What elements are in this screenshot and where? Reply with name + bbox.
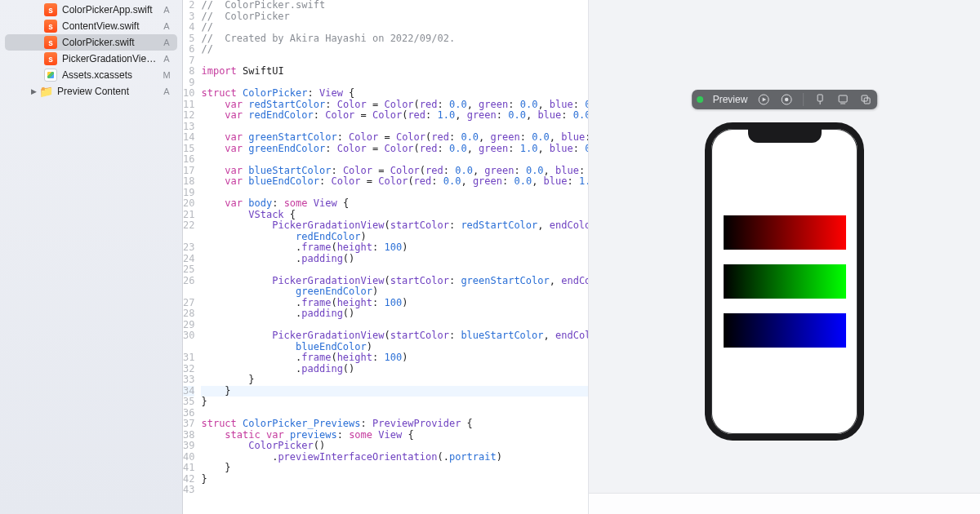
- code-line[interactable]: //: [201, 22, 588, 33]
- line-number: 3: [183, 11, 194, 23]
- preview-canvas-panel[interactable]: Preview: [588, 0, 980, 514]
- code-line[interactable]: //: [201, 44, 588, 55]
- code-line[interactable]: .frame(height: 100): [201, 298, 588, 309]
- line-number: 37: [183, 419, 194, 430]
- chevron-right-icon[interactable]: ▶: [29, 87, 38, 95]
- line-number: 7: [183, 55, 194, 67]
- line-number: [183, 342, 194, 353]
- line-number: 41: [183, 463, 194, 474]
- line-number: [183, 232, 194, 243]
- code-line[interactable]: }: [201, 374, 588, 386]
- preview-bottom-bar[interactable]: [589, 493, 980, 514]
- preview-toolbar[interactable]: Preview: [692, 90, 878, 109]
- code-line[interactable]: var greenStartColor: Color = Color(red: …: [201, 132, 588, 144]
- line-number: 30: [183, 330, 194, 342]
- code-line[interactable]: PickerGradationView(startColor: greenSta…: [201, 276, 588, 287]
- gradation-bar-blue: [724, 313, 846, 348]
- code-line[interactable]: .frame(height: 100): [201, 242, 588, 254]
- pin-preview-icon[interactable]: [813, 93, 826, 106]
- svg-rect-6: [839, 95, 847, 102]
- code-line[interactable]: [201, 122, 588, 133]
- line-number: 5: [183, 33, 194, 45]
- line-number: 19: [183, 188, 194, 199]
- line-number: 23: [183, 242, 194, 254]
- code-line[interactable]: [201, 55, 588, 67]
- file-row[interactable]: sColorPicker.swiftA: [5, 34, 177, 51]
- code-line[interactable]: PickerGradationView(startColor: blueStar…: [201, 330, 588, 342]
- gradation-bar-red: [724, 215, 846, 250]
- code-line[interactable]: static var previews: some View {: [201, 430, 588, 441]
- line-number: 2: [183, 0, 194, 11]
- code-line[interactable]: var body: some View {: [201, 198, 588, 210]
- line-number: 33: [183, 374, 194, 386]
- line-number: 14: [183, 132, 194, 144]
- folder-icon: 📁: [39, 85, 52, 98]
- code-line[interactable]: .previewInterfaceOrientation(.portrait): [201, 452, 588, 463]
- selectable-preview-icon[interactable]: [780, 93, 793, 106]
- scm-status-badge: A: [161, 86, 172, 96]
- line-number: 29: [183, 320, 194, 331]
- code-line[interactable]: var greenEndColor: Color = Color(red: 0.…: [201, 144, 588, 155]
- code-line[interactable]: var redEndColor: Color = Color(red: 1.0,…: [201, 110, 588, 122]
- code-line[interactable]: [201, 264, 588, 276]
- code-line[interactable]: blueEndColor): [201, 342, 588, 353]
- line-number: 25: [183, 264, 194, 276]
- swift-icon: s: [44, 20, 57, 33]
- file-row[interactable]: Assets.xcassetsM: [5, 67, 177, 83]
- device-preview-iphone[interactable]: [705, 122, 864, 441]
- code-line[interactable]: }: [201, 463, 588, 474]
- file-navigator[interactable]: sColorPickerApp.swiftAsContentView.swift…: [0, 0, 183, 514]
- code-line[interactable]: [201, 485, 588, 496]
- code-line[interactable]: .frame(height: 100): [201, 352, 588, 364]
- code-line[interactable]: VStack {: [201, 210, 588, 221]
- code-line[interactable]: struct ColorPicker: View {: [201, 88, 588, 100]
- code-line[interactable]: ColorPicker(): [201, 441, 588, 452]
- svg-point-3: [785, 98, 788, 101]
- swift-icon: s: [44, 36, 57, 49]
- line-number: 18: [183, 176, 194, 188]
- svg-rect-4: [817, 95, 822, 101]
- code-line[interactable]: redEndColor): [201, 232, 588, 243]
- line-number: 11: [183, 100, 194, 111]
- code-line[interactable]: .padding(): [201, 364, 588, 375]
- scm-status-badge: M: [161, 70, 172, 80]
- code-area[interactable]: // ColorPicker.swift// ColorPicker//// C…: [201, 0, 588, 514]
- code-line[interactable]: }: [201, 474, 588, 485]
- code-line[interactable]: }: [201, 397, 588, 408]
- code-line[interactable]: [201, 408, 588, 419]
- code-line[interactable]: var blueEndColor: Color = Color(red: 0.0…: [201, 176, 588, 188]
- line-number: 13: [183, 122, 194, 133]
- assets-icon: [44, 69, 57, 82]
- line-number: 40: [183, 452, 194, 463]
- code-line[interactable]: PickerGradationView(startColor: redStart…: [201, 220, 588, 232]
- gradation-bar-green: [724, 264, 846, 299]
- file-name-label: ColorPicker.swift: [62, 37, 161, 48]
- code-line[interactable]: [201, 188, 588, 199]
- line-gutter: 2345678910111213141516171819202122232425…: [183, 0, 201, 514]
- play-icon[interactable]: [757, 93, 770, 106]
- code-line[interactable]: .padding(): [201, 308, 588, 320]
- file-row[interactable]: ▶📁Preview ContentA: [5, 83, 177, 100]
- code-line[interactable]: var redStartColor: Color = Color(red: 0.…: [201, 100, 588, 111]
- code-line[interactable]: // ColorPicker: [201, 11, 588, 23]
- file-row[interactable]: sColorPickerApp.swiftA: [5, 2, 177, 18]
- line-number: 34: [183, 386, 194, 397]
- duplicate-preview-icon[interactable]: [859, 93, 872, 106]
- device-settings-icon[interactable]: [836, 93, 849, 106]
- file-row[interactable]: sContentView.swiftA: [5, 18, 177, 34]
- code-line[interactable]: greenEndColor): [201, 286, 588, 298]
- code-line[interactable]: // Created by Akira Hayashi on 2022/09/0…: [201, 33, 588, 45]
- code-line[interactable]: import SwiftUI: [201, 66, 588, 78]
- line-number: 32: [183, 364, 194, 375]
- file-row[interactable]: sPickerGradationView.swiftA: [5, 51, 177, 67]
- code-line[interactable]: struct ColorPicker_Previews: PreviewProv…: [201, 419, 588, 430]
- code-line[interactable]: [201, 78, 588, 89]
- file-name-label: Preview Content: [57, 86, 161, 97]
- code-line[interactable]: var blueStartColor: Color = Color(red: 0…: [201, 166, 588, 177]
- code-line[interactable]: // ColorPicker.swift: [201, 0, 588, 11]
- code-line[interactable]: [201, 320, 588, 331]
- code-line[interactable]: [201, 154, 588, 166]
- code-line[interactable]: }: [201, 386, 588, 397]
- code-editor[interactable]: 2345678910111213141516171819202122232425…: [183, 0, 588, 514]
- code-line[interactable]: .padding(): [201, 254, 588, 265]
